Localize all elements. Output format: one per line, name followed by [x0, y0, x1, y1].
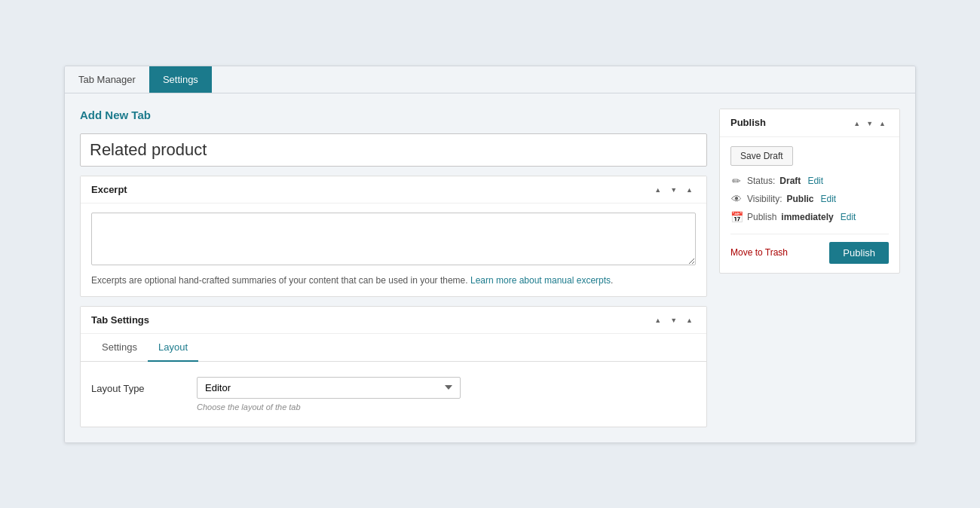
tab-settings-inner-tabs: Settings Layout: [81, 334, 706, 362]
excerpt-textarea[interactable]: [91, 213, 696, 265]
right-column: Publish Save Draft ✏ Status: Draft Edit: [719, 109, 900, 274]
tab-settings-body: Layout Type Editor Blocks Custom Choose …: [81, 362, 706, 427]
excerpt-collapse-up-button[interactable]: [651, 184, 664, 195]
tab-settings-panel: Tab Settings Settings Layout Layout Type: [80, 306, 707, 427]
tab-settings-panel-controls: [651, 314, 696, 326]
move-to-trash-link[interactable]: Move to Trash: [730, 247, 788, 258]
publish-time-edit-link[interactable]: Edit: [841, 212, 856, 222]
top-tabs-bar: Tab Manager Settings: [65, 66, 915, 93]
layout-type-select[interactable]: Editor Blocks Custom: [197, 377, 461, 399]
tab-settings[interactable]: Settings: [149, 66, 212, 93]
publish-panel-header: Publish: [720, 109, 899, 137]
excerpt-help-text: Excerpts are optional hand-crafted summa…: [91, 274, 696, 287]
status-icon: ✏: [730, 175, 743, 187]
publish-panel-title: Publish: [730, 117, 850, 128]
tab-settings-inner-tab-layout[interactable]: Layout: [148, 334, 198, 362]
page-title-input[interactable]: [80, 133, 707, 167]
main-content: Add New Tab Excerpt Excerpts are optio: [65, 93, 915, 442]
excerpt-panel-title: Excerpt: [91, 184, 651, 195]
publish-ctrl-up-button[interactable]: [850, 117, 863, 129]
publish-time-value: immediately: [781, 212, 833, 222]
tab-tab-manager[interactable]: Tab Manager: [65, 66, 149, 93]
visibility-row: 👁 Visibility: Public Edit: [730, 193, 889, 205]
tab-settings-panel-title: Tab Settings: [91, 314, 651, 326]
publish-footer: Move to Trash Publish: [730, 234, 889, 264]
save-draft-button[interactable]: Save Draft: [730, 146, 793, 166]
layout-type-field: Editor Blocks Custom Choose the layout o…: [197, 377, 696, 412]
left-column: Add New Tab Excerpt Excerpts are optio: [80, 109, 707, 427]
status-row: ✏ Status: Draft Edit: [730, 175, 889, 187]
visibility-label: Visibility:: [747, 194, 782, 204]
tab-settings-collapse-up-button[interactable]: [651, 314, 664, 326]
excerpt-toggle-button[interactable]: [683, 184, 696, 195]
visibility-icon: 👁: [730, 193, 743, 205]
publish-time-row: 📅 Publish immediately Edit: [730, 211, 889, 223]
excerpt-learn-more-link[interactable]: Learn more about manual excerpts: [470, 275, 611, 286]
tab-settings-toggle-button[interactable]: [683, 314, 696, 326]
tab-settings-panel-header: Tab Settings: [81, 307, 706, 334]
publish-button[interactable]: Publish: [829, 242, 889, 264]
publish-ctrl-toggle-button[interactable]: [876, 117, 889, 129]
layout-type-hint: Choose the layout of the tab: [197, 402, 696, 412]
excerpt-panel-header: Excerpt: [81, 176, 706, 204]
layout-type-row: Layout Type Editor Blocks Custom Choose …: [91, 377, 696, 412]
publish-panel: Publish Save Draft ✏ Status: Draft Edit: [719, 109, 900, 274]
layout-type-label: Layout Type: [91, 377, 182, 394]
publish-meta: ✏ Status: Draft Edit 👁 Visibility: Publi…: [730, 175, 889, 223]
calendar-icon: 📅: [730, 211, 743, 223]
publish-time-label: Publish: [747, 212, 776, 222]
status-value: Draft: [779, 176, 801, 186]
visibility-edit-link[interactable]: Edit: [820, 194, 836, 204]
publish-panel-body: Save Draft ✏ Status: Draft Edit 👁 Visi: [720, 137, 899, 273]
tab-settings-inner-tab-settings[interactable]: Settings: [91, 334, 148, 362]
status-label: Status:: [747, 176, 775, 186]
excerpt-panel: Excerpt Excerpts are optional hand-craft…: [80, 176, 707, 297]
status-edit-link[interactable]: Edit: [807, 176, 823, 186]
publish-ctrl-down-button[interactable]: [863, 117, 876, 129]
visibility-value: Public: [786, 194, 813, 204]
add-new-tab-heading: Add New Tab: [80, 109, 707, 121]
excerpt-collapse-down-button[interactable]: [667, 184, 680, 195]
excerpt-panel-controls: [651, 184, 696, 195]
excerpt-panel-body: Excerpts are optional hand-crafted summa…: [81, 204, 706, 296]
tab-settings-collapse-down-button[interactable]: [667, 314, 680, 326]
